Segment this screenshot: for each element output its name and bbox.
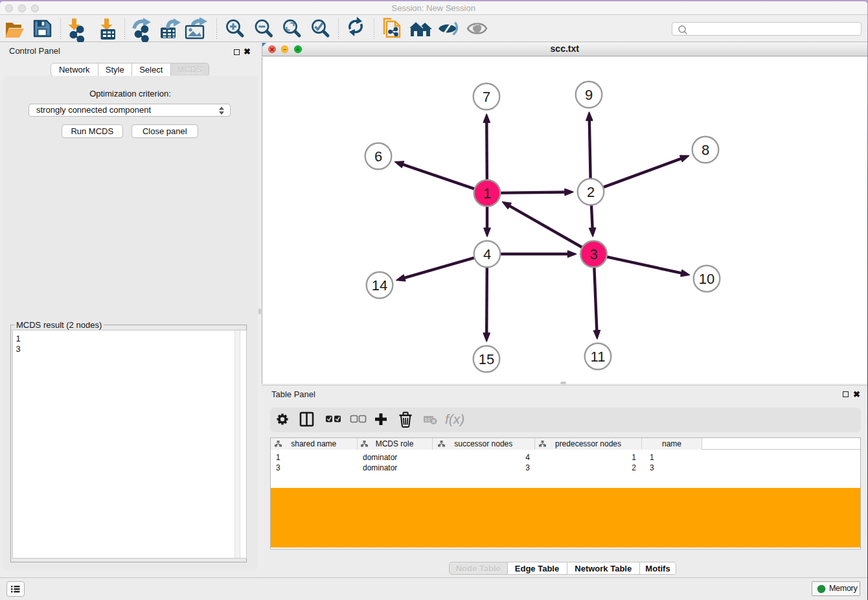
svg-text:14: 14 <box>372 277 387 293</box>
svg-text:1: 1 <box>483 185 491 201</box>
svg-text:7: 7 <box>483 88 490 104</box>
svg-text:4: 4 <box>483 246 491 262</box>
svg-text:9: 9 <box>585 86 593 102</box>
svg-text:2: 2 <box>587 183 595 200</box>
svg-text:3: 3 <box>589 246 597 262</box>
svg-text:f(x): f(x) <box>445 411 464 426</box>
svg-text:11: 11 <box>591 348 606 364</box>
svg-text:15: 15 <box>479 351 494 367</box>
svg-text:6: 6 <box>374 148 382 164</box>
svg-text:8: 8 <box>702 141 709 157</box>
svg-text:10: 10 <box>699 270 714 286</box>
